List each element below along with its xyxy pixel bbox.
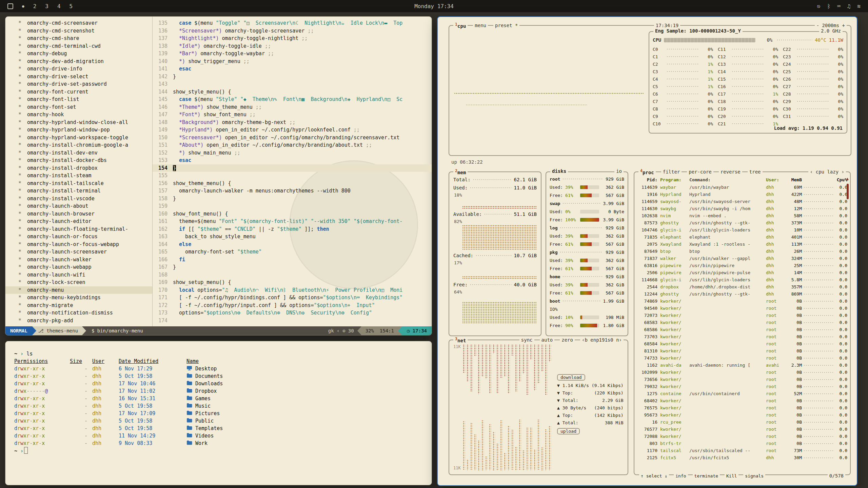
file-item[interactable]: *omarchy-hyprland-window-close-all — [18, 119, 152, 126]
cpu-box-title[interactable]: 1cpu — [453, 22, 468, 29]
workspace-4[interactable]: 4 — [57, 3, 61, 9]
file-item[interactable]: *omarchy-launch-browser — [18, 210, 152, 218]
process-row[interactable]: 76577kworker/root0B0.0 — [638, 426, 847, 433]
workspace-5[interactable]: 5 — [70, 3, 73, 9]
interval-minus-button[interactable]: - — [816, 23, 819, 28]
proc-box-title[interactable]: 4proc — [638, 168, 656, 175]
file-item[interactable]: *omarchy-menu — [5, 286, 152, 294]
logout-icon[interactable]: ⎋ — [817, 3, 821, 9]
process-column-header[interactable]: Cpu% — [835, 177, 847, 182]
process-row[interactable]: 72073kworker/root0B0.0 — [638, 312, 847, 319]
workspace-2[interactable]: 2 — [33, 3, 37, 9]
process-row[interactable]: 68402kworker/root0B0.0 — [638, 397, 847, 404]
file-item[interactable]: *omarchy-font-current — [18, 88, 152, 96]
process-row[interactable]: 2125fcitx5/usr/bin/fcitx5dhh30M0.0 — [638, 454, 847, 461]
process-scrollbar[interactable] — [847, 184, 849, 199]
file-item[interactable]: *omarchy-migrate — [18, 302, 152, 309]
io-tab[interactable]: io — [614, 168, 624, 174]
process-row[interactable]: 102638nvimnvim --embed .dhh58M0.0 — [638, 212, 847, 219]
file-item[interactable]: *omarchy-launch-editor — [18, 218, 152, 225]
net-zero-tab[interactable]: zero — [560, 337, 575, 343]
file-item[interactable]: *omarchy-drive-info — [18, 65, 152, 73]
menu-tab[interactable]: menu — [473, 23, 488, 28]
file-item[interactable]: *omarchy-cmd-screenshot — [18, 27, 152, 35]
directory-name[interactable]: Templates — [186, 425, 432, 432]
process-row[interactable]: 114659swayosd-/usr/bin/swayosd-serverdhh… — [638, 198, 847, 205]
file-item[interactable]: *omarchy-drive-set-password — [18, 80, 152, 88]
file-item[interactable]: *omarchy-launch-floating-terminal- — [18, 225, 152, 233]
directory-name[interactable]: Games — [186, 395, 432, 402]
directory-name[interactable]: Pictures — [186, 410, 432, 417]
process-row[interactable]: 68586kworker/root0B0.0 — [638, 326, 847, 333]
process-row[interactable]: 68584kworker/root0B0.0 — [638, 340, 847, 347]
process-row[interactable]: 71837walker/usr/bin/walker --gappldhh324… — [638, 255, 847, 262]
process-row[interactable]: 79032kworker/root0B0.0 — [638, 383, 847, 390]
file-item[interactable]: *omarchy-install-steam — [18, 172, 152, 180]
process-row[interactable]: 2506pipewire/usr/bin/pipewire-pulsedhh14… — [638, 269, 847, 276]
process-row[interactable]: 1916HyprlandHyprlanddhh422M0.0 — [638, 191, 847, 198]
network-icon[interactable]: ≋ — [857, 3, 861, 9]
file-item[interactable]: *omarchy-install-dropbox — [18, 164, 152, 172]
directory-name[interactable]: Public — [186, 417, 432, 425]
file-item[interactable]: *omarchy-lock-screen — [18, 279, 152, 286]
process-row[interactable]: 76575kworker/root0B0.0 — [638, 404, 847, 411]
directory-name[interactable]: Desktop — [186, 365, 432, 372]
net-interface-switch[interactable]: ‹b enp191s0 n› — [580, 337, 624, 343]
file-item[interactable]: *omarchy-debug — [18, 50, 152, 58]
per-core-tab[interactable]: per-core — [687, 169, 713, 175]
terminate-action[interactable]: terminate — [693, 473, 720, 479]
directory-name[interactable]: Dropbox — [186, 387, 432, 395]
process-row[interactable]: 81310kworker/root0B0.0 — [638, 347, 847, 354]
process-column-header[interactable]: Pid: — [638, 177, 660, 182]
file-item[interactable]: *omarchy-menu-keybindings — [18, 294, 152, 302]
file-item[interactable]: *omarchy-font-set — [18, 103, 152, 111]
process-row[interactable]: 74869kworker/root0B0.0 — [638, 298, 847, 305]
signals-action[interactable]: signals — [743, 473, 765, 479]
keyboard-icon[interactable]: ⌨ — [837, 3, 841, 9]
process-row[interactable]: 12244ghostty/usr/bin/ghostty --gtk-dhh86… — [638, 290, 847, 298]
process-row[interactable]: 73656kworker/root0B0.0 — [638, 376, 847, 383]
process-row[interactable]: 95673kworker/root0B0.0 — [638, 411, 847, 419]
process-row[interactable]: 1170tailscal/usr/sbin/tailscaled --root7… — [638, 447, 847, 454]
file-item[interactable]: *omarchy-install-tailscale — [18, 180, 152, 187]
bluetooth-icon[interactable]: ᛒ — [827, 3, 830, 9]
info-action[interactable]: info — [674, 473, 688, 479]
select-keys[interactable]: ↑ select ↓ — [639, 473, 669, 479]
net-sync-tab[interactable]: sync — [519, 337, 534, 343]
file-item[interactable]: *omarchy-install-docker-dbs — [18, 157, 152, 164]
scroll-up-arrow[interactable]: ▲ — [846, 176, 849, 181]
file-item[interactable]: *omarchy-launch-screensaver — [18, 248, 152, 256]
file-item[interactable]: *omarchy-launch-wifi — [18, 271, 152, 279]
process-row[interactable]: 114639waybar/usr/bin/waybardhh69M0.0 — [638, 184, 847, 191]
preset-tab[interactable]: preset * — [493, 23, 519, 28]
filter-tab[interactable]: filter — [661, 169, 682, 175]
file-item[interactable]: *omarchy-launch-or-focus — [18, 233, 152, 241]
kill-action[interactable]: Kill — [725, 473, 738, 479]
file-item[interactable]: *omarchy-notification-dismiss — [18, 309, 152, 317]
file-item[interactable]: *omarchy-font-list — [18, 96, 152, 103]
reverse-tab[interactable]: reverse — [719, 169, 742, 175]
file-item[interactable]: *omarchy-launch-walker — [18, 256, 152, 264]
file-item[interactable]: *omarchy-install-chromium-google-a — [18, 141, 152, 149]
file-item[interactable]: *omarchy-pkg-add — [18, 317, 152, 325]
file-item[interactable]: *omarchy-cmd-screensaver — [18, 19, 152, 27]
mem-box-title[interactable]: 2mem — [453, 168, 468, 175]
net-box-title[interactable]: 3net — [453, 337, 468, 343]
process-row[interactable]: 2544dropbox/home/dhh/.dropbox-distdhh357… — [638, 283, 847, 290]
file-item[interactable]: *omarchy-install-vscode — [18, 195, 152, 203]
directory-name[interactable]: Downloads — [186, 380, 432, 387]
workspace-active-dot[interactable]: ● — [22, 4, 24, 8]
process-row[interactable]: 16rcu_preeroot0B0.0 — [638, 419, 847, 426]
file-item[interactable]: *omarchy-cmd-share — [18, 35, 152, 42]
sort-selector[interactable]: ‹ cpu lazy › — [808, 169, 846, 175]
net-auto-tab[interactable]: auto — [540, 337, 555, 343]
process-row[interactable]: 87649btopbtopdhh26M0.0 — [638, 248, 847, 255]
process-row[interactable]: 74733kworker/root0B0.0 — [638, 354, 847, 362]
process-column-header[interactable]: Program: — [660, 177, 689, 182]
directory-name[interactable]: Documents — [186, 372, 432, 380]
file-item[interactable]: *omarchy-launch-about — [18, 202, 152, 210]
file-item[interactable]: *omarchy-hyprland-workspace-toggle — [18, 134, 152, 142]
process-row[interactable]: 803btrfs-trroot0B0.0 — [638, 440, 847, 447]
directory-name[interactable]: Music — [186, 402, 432, 410]
process-row[interactable]: 114668glycin-i/usr/lib/glycin-loadersdhh… — [638, 276, 847, 283]
